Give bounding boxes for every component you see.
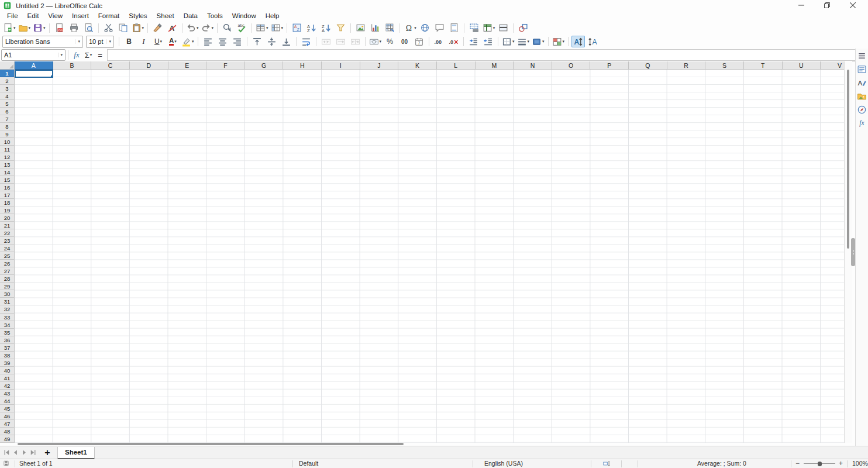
chevron-down-icon[interactable]: ▾ [192,39,194,44]
column-header-k[interactable]: K [398,61,437,70]
gallery-button[interactable] [857,91,867,101]
select-all-corner[interactable] [0,61,15,70]
print-button[interactable] [67,22,81,34]
close-button[interactable] [840,0,866,11]
underline-button[interactable]: U▾ [151,36,165,47]
formula-button[interactable]: = [94,49,106,61]
column-header-h[interactable]: H [283,61,322,70]
row-header-17[interactable]: 17 [0,191,15,199]
column-header-i[interactable]: I [322,61,360,70]
add-sheet-button[interactable]: + [41,448,54,458]
font-name-combo[interactable]: Liberation Sans▾ [2,36,83,48]
row-header-27[interactable]: 27 [0,267,15,275]
minimize-button[interactable] [788,0,814,11]
column-header-a[interactable]: A [15,61,53,70]
text-language[interactable]: English (USA) [484,459,523,468]
select-function-button[interactable]: Σ▾ [82,49,94,61]
insert-comment-button[interactable] [433,22,446,34]
column-header-e[interactable]: E [168,61,207,70]
tab-next-button[interactable] [20,448,29,458]
page-style[interactable]: Default [299,459,318,468]
sort-button[interactable]: AZ [290,22,304,34]
properties-button[interactable] [857,64,867,74]
chevron-down-icon[interactable]: ▾ [414,26,416,30]
sheet-info[interactable]: Sheet 1 of 1 [19,459,53,468]
bold-button[interactable]: B [122,36,136,47]
column-header-b[interactable]: B [53,61,92,70]
font-size-combo[interactable]: 10 pt▾ [86,36,114,48]
column-header-o[interactable]: O [552,61,591,70]
formula-input[interactable] [107,49,857,61]
chevron-down-icon[interactable]: ▾ [563,39,565,44]
format-currency-button[interactable]: ▾ [368,36,383,47]
row-header-13[interactable]: 13 [0,161,15,168]
chevron-down-icon[interactable]: ▾ [281,26,284,30]
column-header-c[interactable]: C [91,61,130,70]
chevron-down-icon[interactable]: ▾ [13,26,16,30]
zoom-level[interactable]: 100% [852,459,868,468]
chevron-down-icon[interactable]: ▾ [528,39,530,44]
row-header-39[interactable]: 39 [0,359,15,367]
split-window-button[interactable] [497,22,510,34]
column-header-u[interactable]: U [783,61,821,70]
clear-formatting-button[interactable]: A [166,22,179,34]
vertical-scrollbar-thumb[interactable] [847,70,849,249]
export-pdf-button[interactable]: PDF [53,22,66,34]
center-vertical-button[interactable] [265,36,278,47]
text-direction-ttb-button[interactable]: A [586,36,600,47]
row-header-31[interactable]: 31 [0,298,15,305]
row-header-41[interactable]: 41 [0,374,15,382]
highlight-color-button[interactable]: ▾ [181,36,195,47]
sidebar-show-hide-handle[interactable] [851,238,855,266]
copy-button[interactable] [116,22,130,34]
column-header-t[interactable]: T [744,61,783,70]
row-header-22[interactable]: 22 [0,229,15,237]
chevron-down-icon[interactable]: ▾ [197,26,199,30]
row-header-49[interactable]: 49 [0,435,15,443]
insert-column-button[interactable]: ▾ [270,22,284,34]
chevron-down-icon[interactable]: ▾ [29,26,31,30]
save-button[interactable]: ▾ [32,22,46,34]
name-box[interactable]: A1 ▾ [1,49,66,61]
menu-edit[interactable]: Edit [23,11,44,21]
row-header-35[interactable]: 35 [0,329,15,336]
row-header-3[interactable]: 3 [0,85,15,92]
tab-last-button[interactable] [29,448,37,458]
insert-mode-icon[interactable] [602,460,611,468]
chevron-down-icon[interactable]: ▾ [75,39,80,44]
row-header-8[interactable]: 8 [0,123,15,130]
print-area-button[interactable] [467,22,481,34]
border-style-button[interactable]: ▾ [516,36,531,47]
align-center-button[interactable] [216,36,229,47]
wrap-text-button[interactable] [299,36,313,47]
spreadsheet-grid[interactable] [15,70,844,443]
row-header-15[interactable]: 15 [0,176,15,184]
special-character-button[interactable]: Ω▾ [403,22,417,34]
column-header-q[interactable]: Q [629,61,667,70]
row-header-29[interactable]: 29 [0,283,15,290]
row-header-4[interactable]: 4 [0,92,15,100]
sheet-tab-sheet1[interactable]: Sheet1 [57,447,95,459]
column-header-l[interactable]: L [437,61,476,70]
chevron-down-icon[interactable]: ▾ [212,26,214,30]
chevron-down-icon[interactable]: ▾ [512,39,515,44]
row-header-21[interactable]: 21 [0,222,15,229]
functions-sidebar-button[interactable]: fx [857,118,867,128]
menu-view[interactable]: View [43,11,67,21]
border-color-button[interactable]: ▾ [531,36,545,47]
insert-chart-button[interactable] [368,22,382,34]
align-right-button[interactable] [230,36,244,47]
row-header-38[interactable]: 38 [0,352,15,359]
row-header-20[interactable]: 20 [0,214,15,222]
sidebar-settings-button[interactable] [857,50,867,61]
align-left-button[interactable] [201,36,215,47]
draw-functions-button[interactable] [516,22,530,34]
row-header-25[interactable]: 25 [0,252,15,260]
freeze-panes-button[interactable]: ▾ [482,22,496,34]
row-header-12[interactable]: 12 [0,153,15,161]
align-top-button[interactable] [250,36,264,47]
row-header-44[interactable]: 44 [0,397,15,405]
chevron-down-icon[interactable]: ▾ [493,26,495,30]
row-header-43[interactable]: 43 [0,390,15,397]
column-header-g[interactable]: G [245,61,284,70]
